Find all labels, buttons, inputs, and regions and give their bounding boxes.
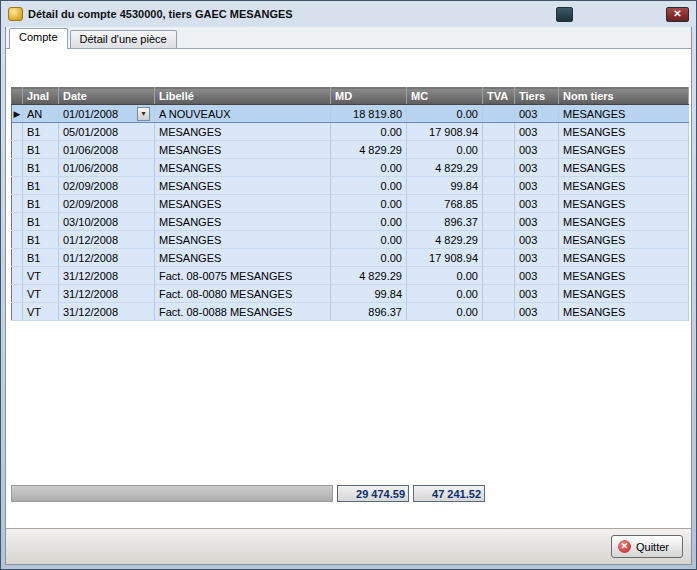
cell-nom-tiers[interactable]: MESANGES <box>559 141 689 159</box>
cell-date[interactable]: 01/06/2008 ▼ <box>59 159 155 177</box>
cell-nom-tiers[interactable]: MESANGES <box>559 213 689 231</box>
cell-libelle[interactable]: MESANGES <box>155 159 331 177</box>
cell-tva[interactable] <box>483 141 515 159</box>
cell-date[interactable]: 31/12/2008 ▼ <box>59 303 155 321</box>
cell-mc[interactable]: 0.00 <box>407 267 483 285</box>
cell-md[interactable]: 4 829.29 <box>331 141 407 159</box>
cell-jnal[interactable]: AN <box>23 105 59 123</box>
cell-date[interactable]: 02/09/2008 ▼ <box>59 177 155 195</box>
cell-date[interactable]: 05/01/2008 ▼ <box>59 123 155 141</box>
cell-mc[interactable]: 99.84 <box>407 177 483 195</box>
cell-tiers[interactable]: 003 <box>515 267 559 285</box>
cell-nom-tiers[interactable]: MESANGES <box>559 267 689 285</box>
row-selector-cell[interactable] <box>12 141 23 159</box>
cell-jnal[interactable]: B1 <box>23 123 59 141</box>
row-selector-cell[interactable] <box>12 249 23 267</box>
table-row[interactable]: B1 01/06/2008 ▼ MESANGES 0.00 4 829.29 0… <box>12 159 689 177</box>
cell-tiers[interactable]: 003 <box>515 177 559 195</box>
cell-jnal[interactable]: B1 <box>23 213 59 231</box>
table-row[interactable]: ▶ AN 01/01/2008 ▼ A NOUVEAUX 18 819.80 0… <box>12 105 689 123</box>
cell-md[interactable]: 0.00 <box>331 123 407 141</box>
cell-jnal[interactable]: VT <box>23 267 59 285</box>
cell-tiers[interactable]: 003 <box>515 123 559 141</box>
cell-jnal[interactable]: VT <box>23 285 59 303</box>
cell-mc[interactable]: 896.37 <box>407 213 483 231</box>
tab-compte[interactable]: Compte <box>9 28 68 49</box>
cell-nom-tiers[interactable]: MESANGES <box>559 285 689 303</box>
cell-tva[interactable] <box>483 285 515 303</box>
cell-libelle[interactable]: MESANGES <box>155 141 331 159</box>
cell-mc[interactable]: 768.85 <box>407 195 483 213</box>
cell-date[interactable]: 31/12/2008 ▼ <box>59 285 155 303</box>
cell-md[interactable]: 896.37 <box>331 303 407 321</box>
cell-nom-tiers[interactable]: MESANGES <box>559 303 689 321</box>
cell-mc[interactable]: 17 908.94 <box>407 249 483 267</box>
cell-jnal[interactable]: B1 <box>23 159 59 177</box>
cell-nom-tiers[interactable]: MESANGES <box>559 159 689 177</box>
cell-tva[interactable] <box>483 195 515 213</box>
cell-libelle[interactable]: MESANGES <box>155 195 331 213</box>
cell-nom-tiers[interactable]: MESANGES <box>559 195 689 213</box>
cell-jnal[interactable]: B1 <box>23 249 59 267</box>
cell-date[interactable]: 01/12/2008 ▼ <box>59 249 155 267</box>
cell-md[interactable]: 18 819.80 <box>331 105 407 123</box>
cell-tva[interactable] <box>483 105 515 123</box>
table-row[interactable]: B1 02/09/2008 ▼ MESANGES 0.00 99.84 003 … <box>12 177 689 195</box>
cell-libelle[interactable]: MESANGES <box>155 213 331 231</box>
cell-libelle[interactable]: A NOUVEAUX <box>155 105 331 123</box>
row-selector-cell[interactable] <box>12 195 23 213</box>
cell-md[interactable]: 0.00 <box>331 213 407 231</box>
column-header-jnal[interactable]: Jnal <box>23 88 59 105</box>
cell-date[interactable]: 01/12/2008 ▼ <box>59 231 155 249</box>
cell-tva[interactable] <box>483 213 515 231</box>
tab-detail-piece[interactable]: Détail d'une pièce <box>70 30 177 48</box>
cell-nom-tiers[interactable]: MESANGES <box>559 249 689 267</box>
row-selector-cell[interactable] <box>12 159 23 177</box>
row-selector-cell[interactable] <box>12 303 23 321</box>
cell-nom-tiers[interactable]: MESANGES <box>559 105 689 123</box>
column-header-tiers[interactable]: Tiers <box>515 88 559 105</box>
cell-tva[interactable] <box>483 303 515 321</box>
cell-md[interactable]: 0.00 <box>331 159 407 177</box>
column-header-tva[interactable]: TVA <box>483 88 515 105</box>
column-header-libelle[interactable]: Libellé <box>155 88 331 105</box>
cell-nom-tiers[interactable]: MESANGES <box>559 123 689 141</box>
column-header-mc[interactable]: MC <box>407 88 483 105</box>
cell-jnal[interactable]: B1 <box>23 231 59 249</box>
titlebar[interactable]: Détail du compte 4530000, tiers GAEC MES… <box>5 1 692 27</box>
cell-tva[interactable] <box>483 123 515 141</box>
column-header-date[interactable]: Date <box>59 88 155 105</box>
cell-tva[interactable] <box>483 231 515 249</box>
close-icon[interactable]: ✕ <box>666 7 689 22</box>
cell-tiers[interactable]: 003 <box>515 285 559 303</box>
cell-md[interactable]: 4 829.29 <box>331 267 407 285</box>
date-dropdown-button[interactable]: ▼ <box>137 107 150 121</box>
table-row[interactable]: VT 31/12/2008 ▼ Fact. 08-0080 MESANGES 9… <box>12 285 689 303</box>
cell-tiers[interactable]: 003 <box>515 195 559 213</box>
cell-libelle[interactable]: MESANGES <box>155 231 331 249</box>
cell-tiers[interactable]: 003 <box>515 105 559 123</box>
table-row[interactable]: VT 31/12/2008 ▼ Fact. 08-0088 MESANGES 8… <box>12 303 689 321</box>
cell-md[interactable]: 99.84 <box>331 285 407 303</box>
table-row[interactable]: B1 01/06/2008 ▼ MESANGES 4 829.29 0.00 0… <box>12 141 689 159</box>
table-row[interactable]: B1 03/10/2008 ▼ MESANGES 0.00 896.37 003… <box>12 213 689 231</box>
cell-libelle[interactable]: MESANGES <box>155 249 331 267</box>
cell-jnal[interactable]: B1 <box>23 141 59 159</box>
cell-tva[interactable] <box>483 249 515 267</box>
cell-jnal[interactable]: B1 <box>23 177 59 195</box>
cell-md[interactable]: 0.00 <box>331 249 407 267</box>
cell-mc[interactable]: 4 829.29 <box>407 231 483 249</box>
cell-mc[interactable]: 0.00 <box>407 303 483 321</box>
row-selector-cell[interactable] <box>12 123 23 141</box>
column-header-nom-tiers[interactable]: Nom tiers <box>559 88 689 105</box>
row-selector-cell[interactable] <box>12 267 23 285</box>
cell-date[interactable]: 31/12/2008 ▼ <box>59 267 155 285</box>
table-row[interactable]: B1 05/01/2008 ▼ MESANGES 0.00 17 908.94 … <box>12 123 689 141</box>
cell-libelle[interactable]: MESANGES <box>155 123 331 141</box>
cell-tiers[interactable]: 003 <box>515 141 559 159</box>
cell-libelle[interactable]: Fact. 08-0075 MESANGES <box>155 267 331 285</box>
row-selector-cell[interactable] <box>12 285 23 303</box>
cell-md[interactable]: 0.00 <box>331 195 407 213</box>
cell-tva[interactable] <box>483 159 515 177</box>
cell-libelle[interactable]: MESANGES <box>155 177 331 195</box>
